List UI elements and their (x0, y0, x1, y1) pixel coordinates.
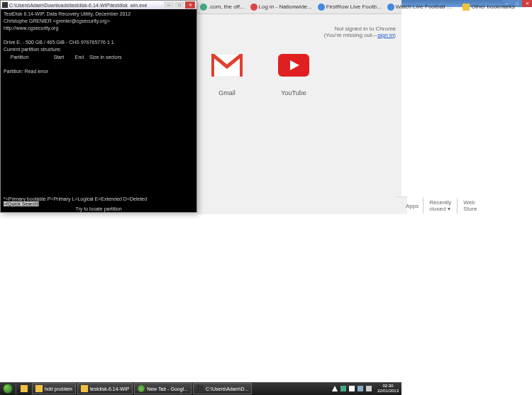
folder-icon (35, 385, 43, 392)
taskbar-label: hdd problem (45, 386, 72, 391)
taskbar-clock[interactable]: 02:30 22/01/2013 (375, 384, 401, 393)
svg-rect-2 (240, 54, 243, 77)
site-icon (318, 4, 325, 11)
taskbar-item[interactable]: hdd problem (32, 383, 76, 394)
bookmark-label: Watch Live Football ... (396, 4, 452, 10)
tray-icon[interactable] (340, 386, 346, 391)
minimize-button[interactable]: ─ (164, 1, 174, 9)
cmd-icon (196, 385, 204, 392)
flag-icon[interactable] (349, 386, 355, 391)
taskbar-item[interactable]: New Tab - Googl... (134, 383, 192, 394)
bookmark-label: Log in - Nationwide... (259, 4, 312, 10)
web-store-link[interactable]: Web Store (457, 198, 482, 213)
bookmark-label: .com, the off... (209, 4, 245, 10)
signin-text-2: (You're missing out—sign in) (324, 32, 396, 38)
app-label: YouTube (278, 89, 309, 96)
bookmarks-bar: .com, the off... Log in - Nationwide... … (197, 0, 401, 14)
svg-rect-1 (211, 54, 214, 77)
maximize-button[interactable]: □ (174, 1, 184, 9)
bookmark-label: FirstRow Live Footb... (326, 4, 382, 10)
folder-icon (21, 385, 28, 392)
app-icon (2, 2, 8, 8)
chrome-footer: Apps Recently closed ▾ Web Store (396, 196, 407, 214)
site-icon (387, 4, 394, 11)
close-button[interactable]: ✕ (522, 0, 532, 7)
youtube-icon (278, 50, 309, 81)
pinned-explorer[interactable] (16, 383, 31, 394)
tray-arrow-icon[interactable] (332, 386, 338, 391)
other-bookmarks[interactable]: Other bookmarks (462, 4, 514, 11)
terminal-hint: Try to locate partition (4, 206, 194, 211)
taskbar-item[interactable]: C:\Users\Adam\D... (193, 383, 252, 394)
site-icon (250, 4, 257, 11)
taskbar-label: New Tab - Googl... (147, 386, 188, 391)
network-icon[interactable] (358, 386, 363, 391)
apps-link[interactable]: Apps (401, 201, 423, 211)
app-label: Gmail (211, 89, 243, 96)
recently-closed[interactable]: Recently closed ▾ (423, 198, 457, 213)
menu-line: >[Quick Search] (4, 201, 194, 206)
volume-icon[interactable] (366, 386, 372, 391)
bookmark-label: Other bookmarks (471, 4, 514, 10)
partition-legend: *=Primary bootable P=Primary L=Logical E… (4, 196, 194, 201)
folder-icon (81, 385, 88, 392)
app-tile-youtube[interactable]: YouTube (278, 50, 309, 96)
start-button[interactable] (0, 382, 16, 395)
terminal-output: TestDisk 6.14-WIP, Data Recovery Utility… (1, 9, 196, 77)
taskbar-label: C:\Users\Adam\D... (206, 386, 248, 391)
terminal-window-controls: ─ □ ✕ (163, 1, 195, 9)
chrome-icon (138, 385, 145, 392)
terminal-titlebar[interactable]: C:\Users\Adam\Downloads\testdisk-6.14-WI… (1, 1, 196, 9)
chrome-body-bg: .com, the off... Log in - Nationwide... … (197, 0, 401, 214)
signin-text: Not signed in to Chrome (324, 26, 396, 32)
clock-time: 02:30 (377, 384, 399, 389)
app-tile-gmail[interactable]: Gmail (211, 50, 243, 96)
taskbar-label: testdisk-6.14-WIP (90, 386, 129, 391)
bookmark-item[interactable]: Log in - Nationwide... (250, 4, 312, 11)
terminal-window: C:\Users\Adam\Downloads\testdisk-6.14-WI… (0, 0, 197, 213)
site-icon (200, 4, 207, 11)
taskbar-item[interactable]: testdisk-6.14-WIP (77, 383, 133, 394)
bookmark-item[interactable]: .com, the off... (200, 4, 245, 11)
close-button[interactable]: ✕ (185, 1, 195, 9)
bookmark-item[interactable]: Watch Live Football ... (387, 4, 452, 11)
taskbar: hdd problem testdisk-6.14-WIP New Tab - … (0, 382, 401, 395)
folder-icon (462, 4, 470, 11)
terminal-footer: *=Primary bootable P=Primary L=Logical E… (1, 196, 196, 212)
system-tray[interactable] (329, 386, 375, 391)
gmail-icon (211, 50, 243, 81)
windows-orb-icon (3, 384, 13, 394)
quick-search-option[interactable]: >[Quick Search] (4, 201, 39, 206)
bookmark-item[interactable]: FirstRow Live Footb... (318, 4, 382, 11)
signin-link[interactable]: sign in (377, 32, 394, 38)
terminal-title: C:\Users\Adam\Downloads\testdisk-6.14-WI… (9, 3, 163, 8)
signin-notice: Not signed in to Chrome (You're missing … (324, 26, 396, 38)
clock-date: 22/01/2013 (377, 389, 399, 394)
